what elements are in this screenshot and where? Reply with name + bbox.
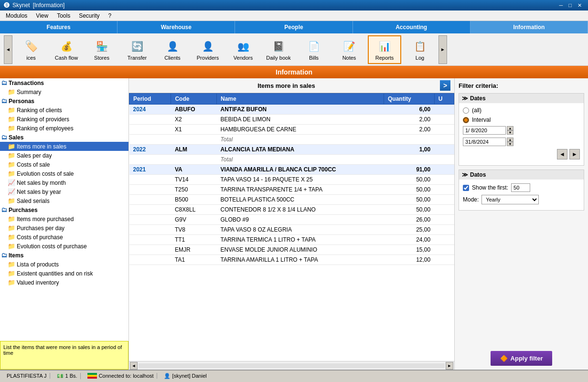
interval-radio[interactable] [463, 117, 469, 123]
user-text: [skynet] Daniel [172, 373, 207, 379]
close-button[interactable]: ✕ [575, 2, 584, 9]
all-radio[interactable] [463, 107, 469, 114]
dates-section-header[interactable]: ≫ Dates [459, 94, 584, 103]
sidebar-item-costs-of-sale[interactable]: 📁 Costs of sale [0, 160, 128, 169]
apply-filter-button[interactable]: 🔶 Apply filter [491, 351, 553, 366]
cell-code: X1 [171, 125, 217, 135]
filter-icon: 🔶 [500, 355, 508, 362]
maximize-button[interactable]: □ [566, 2, 574, 9]
sidebar-item-sales-per-day[interactable]: 📁 Sales per day [0, 151, 128, 160]
notes-icon: 📝 [342, 39, 357, 54]
sidebar-item-ranking-providers[interactable]: 📁 Ranking of providers [0, 115, 128, 124]
cell-quantity [384, 135, 435, 145]
date-to-input[interactable] [463, 138, 506, 146]
table-row: Total [129, 135, 454, 145]
vendors-icon: 👥 [235, 39, 251, 54]
cell-period [129, 185, 171, 195]
tab-information[interactable]: Information [470, 21, 588, 33]
date-to-up-button[interactable]: ▲ [507, 138, 513, 142]
sidebar-label-net-sales-year: Net sales by year [17, 189, 61, 195]
table-title: Items more in sales [133, 82, 440, 89]
sidebar-item-ranking-employees[interactable]: 📁 Ranking of employees [0, 124, 128, 133]
sidebar-item-saled-serials[interactable]: 📁 Saled serials [0, 196, 128, 205]
transactions-group-icon: 🗂 [1, 79, 7, 86]
toolbar-reports-button[interactable]: 📊 Reports [368, 35, 401, 64]
date-to-down-button[interactable]: ▼ [507, 142, 513, 146]
sidebar-item-net-sales-month[interactable]: 📈 Net sales by month [0, 178, 128, 187]
sidebar-item-existent-quantities[interactable]: 📁 Existent quantities and on risk [0, 269, 128, 278]
sidebar-item-lista-products[interactable]: 📁 Lista of products [0, 260, 128, 269]
menu-help[interactable]: ? [105, 11, 116, 20]
data-table: Period Code Name Quantity U 2024ABUFOANT… [129, 93, 454, 265]
sidebar-item-purchases-per-day[interactable]: 📁 Purchases per day [0, 223, 128, 233]
toolbar-log-button[interactable]: 📋 Log [403, 35, 437, 64]
menu-view[interactable]: View [32, 11, 52, 20]
table-body: 2024ABUFOANTIFAZ BUFON6,00X2BEBIDA DE LI… [129, 105, 454, 265]
sidebar-item-summary[interactable]: 📁 Summary [0, 87, 128, 96]
sidebar-item-items-more-sales[interactable]: 📁 Items more in sales [0, 142, 128, 151]
evolution-costs-icon: 📁 [8, 170, 15, 177]
cell-unit [434, 225, 454, 235]
cell-code: C8X8LL [171, 205, 217, 215]
tab-features[interactable]: Features [0, 21, 118, 33]
sidebar-item-costs-of-purchase[interactable]: 📁 Costs of purchase [0, 233, 128, 242]
sidebar-item-evolution-costs-purchase[interactable]: 📁 Evolution costs of purchase [0, 242, 128, 251]
tab-warehouse[interactable]: Warehouse [118, 21, 235, 33]
date-from-down-button[interactable]: ▼ [507, 130, 513, 135]
sidebar-item-ranking-clients[interactable]: 📁 Ranking of clients [0, 106, 128, 115]
sidebar-item-personas[interactable]: 🗂 Personas [0, 96, 128, 106]
mode-select[interactable]: Daily Weekly Monthly Yearly [481, 195, 539, 204]
scroll-left-button[interactable]: ◄ [130, 362, 138, 370]
sidebar-item-items[interactable]: 🗂 Items [0, 251, 128, 260]
scroll-right-button[interactable]: ► [446, 362, 453, 370]
main-area: 🗂 Transactions 📁 Summary 🗂 Personas 📁 Ra… [0, 78, 588, 370]
toolbar-ices-button[interactable]: 🏷️ ices [14, 35, 48, 64]
toolbar-next-button[interactable]: ► [438, 35, 447, 64]
menu-tools[interactable]: Tools [53, 11, 74, 20]
toolbar-clients-button[interactable]: 👤 Clients [156, 35, 189, 64]
sidebar-item-net-sales-year[interactable]: 📈 Net sales by year [0, 187, 128, 196]
sidebar-item-transactions[interactable]: 🗂 Transactions [0, 78, 128, 87]
sidebar-label-sales-per-day: Sales per day [17, 152, 52, 159]
menu-modulos[interactable]: Modulos [2, 11, 31, 20]
scroll-track[interactable] [139, 363, 445, 368]
net-sales-year-icon: 📈 [8, 188, 15, 195]
evolution-costs-purchase-icon: 📁 [8, 243, 15, 250]
sidebar-item-items-more-purchased[interactable]: 📁 Items more purchased [0, 214, 128, 223]
toolbar-providers-button[interactable]: 👤 Providers [191, 35, 225, 64]
toolbar-vendors-button[interactable]: 👥 Vendors [226, 35, 260, 64]
table-expand-button[interactable]: > [440, 80, 450, 91]
toolbar-dailybook-button[interactable]: 📓 Daily book [262, 35, 295, 64]
toolbar-bills-button[interactable]: 📄 Bills [297, 35, 331, 64]
menu-security[interactable]: Security [75, 11, 103, 20]
sidebar-item-sales[interactable]: 🗂 Sales [0, 133, 128, 142]
cell-code: VA [171, 165, 217, 175]
cell-name: TARRINA TERMICA 1 LITRO + TAPA [217, 235, 384, 245]
toolbar-transfer-button[interactable]: 🔄 Transfer [120, 35, 154, 64]
minimize-button[interactable]: ─ [557, 2, 566, 9]
date-from-field: ▲ ▼ [463, 126, 580, 135]
date-from-up-button[interactable]: ▲ [507, 126, 513, 130]
tab-people[interactable]: People [235, 21, 353, 33]
datos-section-header[interactable]: ≫ Datos [459, 170, 584, 180]
date-prev-button[interactable]: ◄ [557, 149, 567, 159]
show-first-checkbox[interactable] [463, 185, 469, 191]
sidebar-item-valued-inventory[interactable]: 📁 Valued inventory [0, 278, 128, 287]
cell-name: TARRINA TRANSPARENTE 1/4 + TAPA [217, 185, 384, 195]
show-first-input[interactable] [511, 183, 530, 192]
cell-period [129, 125, 171, 135]
cell-unit [434, 115, 454, 125]
table-row: G9VGLOBO #926,00 [129, 215, 454, 225]
currency-icon: 💵 [57, 373, 64, 379]
ranking-employees-icon: 📁 [8, 125, 15, 132]
toolbar-stores-button[interactable]: 🏪 Stores [85, 35, 118, 64]
toolbar-prev-button[interactable]: ◄ [4, 35, 12, 64]
tab-accounting[interactable]: Accounting [353, 21, 470, 33]
date-next-button[interactable]: ► [569, 149, 580, 159]
sidebar-item-purchases[interactable]: 🗂 Purchases [0, 205, 128, 214]
toolbar-notes-button[interactable]: 📝 Notes [332, 35, 366, 64]
status-user: 👤 [skynet] Daniel [161, 373, 210, 379]
toolbar-cashflow-button[interactable]: 💰 Cash flow [50, 35, 83, 64]
date-from-input[interactable] [463, 126, 506, 135]
sidebar-item-evolution-costs-of-sale[interactable]: 📁 Evolution costs of sale [0, 169, 128, 178]
